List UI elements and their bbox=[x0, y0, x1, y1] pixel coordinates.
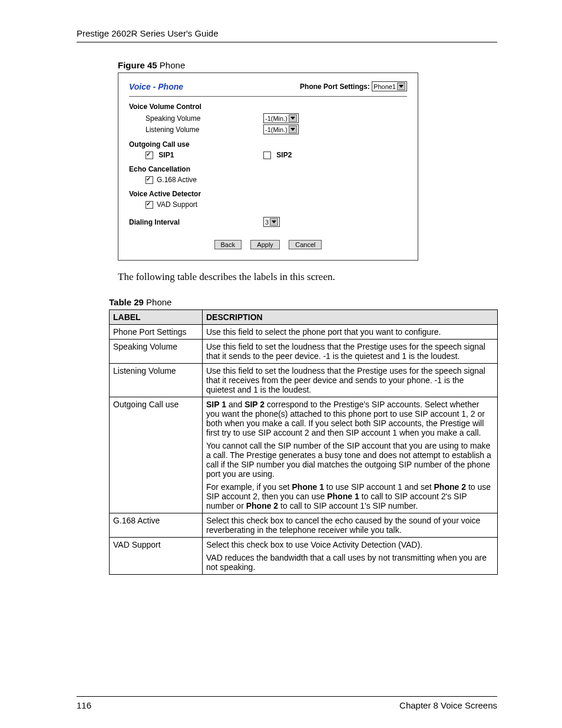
running-header: Prestige 2602R Series User's Guide bbox=[77, 28, 497, 38]
chevron-down-icon bbox=[289, 114, 297, 122]
section-echo-cancellation: Echo Cancellation bbox=[129, 165, 407, 173]
sip1-bold: SIP 1 bbox=[206, 400, 226, 409]
sip1-label: SIP1 bbox=[158, 151, 174, 159]
section-voice-volume: Voice Volume Control bbox=[129, 103, 407, 111]
listening-volume-value: -1(Min.) bbox=[265, 126, 287, 133]
table-row: G.168 Active Select this check box to ca… bbox=[110, 513, 498, 538]
panel-divider bbox=[129, 96, 407, 97]
chevron-down-icon bbox=[289, 126, 297, 133]
g168-checkbox[interactable] bbox=[146, 176, 153, 184]
description-table: LABEL DESCRIPTION Phone Port Settings Us… bbox=[109, 309, 498, 575]
row-desc: Use this field to set the loudness that … bbox=[203, 340, 498, 364]
apply-button[interactable]: Apply bbox=[250, 240, 280, 249]
row-label: VAD Support bbox=[110, 538, 203, 575]
cancel-button[interactable]: Cancel bbox=[289, 240, 322, 249]
speaking-volume-select[interactable]: -1(Min.) bbox=[263, 113, 299, 123]
row-desc: Select this check box to use Voice Activ… bbox=[203, 538, 498, 575]
row-label: G.168 Active bbox=[110, 513, 203, 538]
intro-paragraph: The following table describes the labels… bbox=[118, 271, 497, 283]
phone-port-value: Phone1 bbox=[373, 83, 396, 90]
sip2-checkbox[interactable] bbox=[263, 151, 271, 159]
speaking-volume-label: Speaking Volume bbox=[146, 114, 263, 123]
table-row: Phone Port Settings Use this field to se… bbox=[110, 325, 498, 340]
row-desc: Use this field to select the phone port … bbox=[203, 325, 498, 340]
sip2-bold: SIP 2 bbox=[244, 400, 265, 409]
listening-volume-label: Listening Volume bbox=[146, 126, 263, 134]
row-label: Phone Port Settings bbox=[110, 325, 203, 340]
listening-volume-select[interactable]: -1(Min.) bbox=[263, 124, 299, 134]
table-row: VAD Support Select this check box to use… bbox=[110, 538, 498, 575]
panel-title: Voice - Phone bbox=[129, 82, 183, 91]
header-rule bbox=[77, 42, 497, 42]
speaking-volume-value: -1(Min.) bbox=[265, 115, 287, 122]
vad-label: VAD Support bbox=[157, 200, 197, 209]
chevron-down-icon bbox=[270, 218, 278, 226]
back-button[interactable]: Back bbox=[214, 240, 242, 249]
page-footer: 116 Chapter 8 Voice Screens bbox=[77, 696, 497, 710]
table-caption-text: Phone bbox=[144, 297, 172, 307]
row-desc: Use this field to set the loudness that … bbox=[203, 364, 498, 397]
th-description: DESCRIPTION bbox=[203, 310, 498, 325]
sip1-checkbox[interactable] bbox=[146, 151, 153, 159]
chapter-label: Chapter 8 Voice Screens bbox=[399, 700, 497, 710]
phone-port-label: Phone Port Settings: bbox=[300, 83, 370, 91]
table-caption-number: Table 29 bbox=[109, 297, 144, 307]
table-caption: Table 29 Phone bbox=[109, 297, 497, 307]
dialing-interval-value: 3 bbox=[265, 219, 269, 226]
table-row: Listening Volume Use this field to set t… bbox=[110, 364, 498, 397]
figure-caption: Figure 45 Phone bbox=[118, 60, 497, 70]
row-desc: Select this check box to cancel the echo… bbox=[203, 513, 498, 538]
row-desc: SIP 1 and SIP 2 correspond to the Presti… bbox=[203, 397, 498, 513]
phone-config-panel: Voice - Phone Phone Port Settings: Phone… bbox=[118, 73, 418, 261]
row-label: Listening Volume bbox=[110, 364, 203, 397]
table-row: Outgoing Call use SIP 1 and SIP 2 corres… bbox=[110, 397, 498, 513]
page-number: 116 bbox=[77, 700, 91, 710]
row-label: Outgoing Call use bbox=[110, 397, 203, 513]
section-dialing-interval: Dialing Interval bbox=[129, 218, 263, 226]
vad-checkbox[interactable] bbox=[146, 201, 153, 209]
figure-caption-text: Phone bbox=[157, 60, 186, 70]
sip2-label: SIP2 bbox=[276, 151, 292, 159]
dialing-interval-select[interactable]: 3 bbox=[263, 217, 280, 227]
phone-port-select[interactable]: Phone1 bbox=[372, 81, 407, 91]
g168-label: G.168 Active bbox=[157, 176, 197, 184]
th-label: LABEL bbox=[110, 310, 203, 325]
chevron-down-icon bbox=[397, 83, 405, 90]
row-label: Speaking Volume bbox=[110, 340, 203, 364]
table-row: Speaking Volume Use this field to set th… bbox=[110, 340, 498, 364]
section-outgoing-call: Outgoing Call use bbox=[129, 140, 407, 149]
figure-caption-number: Figure 45 bbox=[118, 60, 157, 70]
section-voice-active-detector: Voice Active Detector bbox=[129, 190, 407, 198]
